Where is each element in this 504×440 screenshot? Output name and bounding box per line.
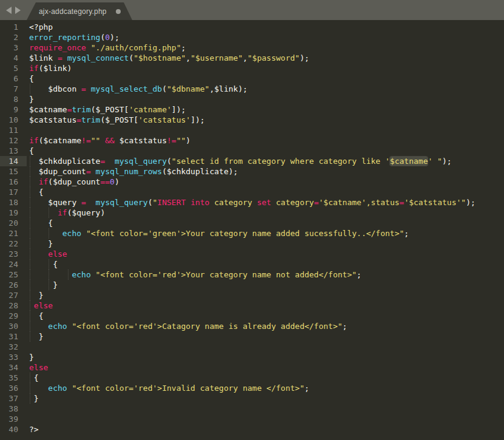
line-number[interactable]: 38 — [0, 404, 27, 414]
code-line-row: 23 else — [0, 249, 504, 259]
code-line[interactable]: } — [27, 239, 504, 249]
code-line[interactable]: else — [27, 300, 504, 311]
line-number[interactable]: 36 — [0, 383, 27, 393]
code-line[interactable]: $dbcon = mysql_select_db("$dbname",$link… — [27, 84, 504, 94]
code-line[interactable]: } — [27, 393, 504, 404]
code-line[interactable]: require_once "./auth/config.php"; — [27, 42, 504, 53]
line-number[interactable]: 26 — [0, 280, 27, 290]
indent-guide — [30, 228, 30, 239]
code-line[interactable]: $dup_count= mysql_num_rows($chkduplicate… — [27, 166, 504, 177]
code-line[interactable] — [27, 342, 504, 352]
code-line[interactable]: echo "<font color='green'>Your category … — [27, 228, 504, 239]
line-number[interactable]: 7 — [0, 84, 27, 94]
line-number[interactable]: 37 — [0, 393, 27, 404]
tab-ajx-addcategory[interactable]: ajx-addcategory.php — [27, 2, 132, 20]
code-line[interactable]: echo "<font color='red'>Invalid category… — [27, 383, 504, 393]
tab-scroll-left-icon[interactable] — [6, 7, 12, 14]
code-editor[interactable]: 1<?php2error_reporting(0);3require_once … — [0, 20, 504, 435]
line-number[interactable]: 16 — [0, 177, 27, 187]
line-number[interactable]: 11 — [0, 125, 27, 135]
line-number[interactable]: 18 — [0, 197, 27, 208]
highlighted-word: $catname — [390, 157, 428, 166]
code-line[interactable]: else — [27, 249, 504, 259]
tab-scroll-right-icon[interactable] — [15, 7, 21, 14]
code-line[interactable]: { — [27, 146, 504, 156]
indent-guide — [30, 311, 30, 321]
line-number[interactable]: 20 — [0, 218, 27, 228]
line-number[interactable]: 29 — [0, 311, 27, 321]
line-number[interactable]: 5 — [0, 63, 27, 73]
line-number[interactable]: 14 — [0, 156, 27, 166]
line-number[interactable]: 17 — [0, 187, 27, 197]
code-line-row: 34else — [0, 362, 504, 373]
code-line[interactable]: $catstatus=trim($_POST['catstatus']); — [27, 115, 504, 125]
line-number[interactable]: 35 — [0, 373, 27, 383]
code-line[interactable]: if($catname!="" && $catstatus!="") — [27, 135, 504, 146]
line-number[interactable]: 25 — [0, 269, 27, 280]
code-line[interactable]: { — [27, 187, 504, 197]
code-line-row: 30 echo "<font color='red'>Catagory name… — [0, 321, 504, 331]
code-line[interactable]: else — [27, 362, 504, 373]
code-line[interactable]: echo "<font color='red'>Your category na… — [27, 269, 504, 280]
code-line[interactable]: } — [27, 331, 504, 342]
code-line[interactable]: } — [27, 290, 504, 300]
code-line[interactable]: } — [27, 352, 504, 362]
code-line-row: 27 } — [0, 290, 504, 300]
code-line[interactable]: $chkduplicate= mysql_query("select id fr… — [27, 156, 504, 166]
code-line[interactable]: { — [27, 259, 504, 269]
line-number[interactable]: 40 — [0, 424, 27, 435]
code-line[interactable]: { — [27, 73, 504, 84]
code-line[interactable]: if($dup_count==0) — [27, 177, 504, 187]
code-line-row: 15 $dup_count= mysql_num_rows($chkduplic… — [0, 166, 504, 177]
line-number[interactable]: 23 — [0, 249, 27, 259]
line-number[interactable]: 30 — [0, 321, 27, 331]
indent-guide — [30, 84, 30, 94]
code-line[interactable]: if($query) — [27, 208, 504, 218]
code-line[interactable]: ?> — [27, 424, 504, 435]
tab-title: ajx-addcategory.php — [39, 7, 107, 16]
indent-guide — [30, 331, 30, 342]
indent-guide — [30, 166, 30, 177]
code-line[interactable]: } — [27, 280, 504, 290]
code-line[interactable]: } — [27, 94, 504, 104]
line-number[interactable]: 3 — [0, 42, 27, 53]
line-number[interactable]: 28 — [0, 300, 27, 311]
code-line[interactable] — [27, 125, 504, 135]
line-number[interactable]: 19 — [0, 208, 27, 218]
line-number[interactable]: 22 — [0, 239, 27, 249]
line-number[interactable]: 32 — [0, 342, 27, 352]
line-number[interactable]: 13 — [0, 146, 27, 156]
code-line[interactable]: { — [27, 373, 504, 383]
line-number[interactable]: 1 — [0, 22, 27, 32]
code-line-row: 20 { — [0, 218, 504, 228]
code-line[interactable]: { — [27, 311, 504, 321]
code-line[interactable]: <?php — [27, 22, 504, 32]
line-number[interactable]: 9 — [0, 104, 27, 115]
line-number[interactable]: 39 — [0, 414, 27, 424]
line-number[interactable]: 27 — [0, 290, 27, 300]
line-number[interactable]: 12 — [0, 135, 27, 146]
indent-guide — [30, 259, 30, 269]
code-line-row: 33} — [0, 352, 504, 362]
code-line-row: 40?> — [0, 424, 504, 435]
line-number[interactable]: 4 — [0, 53, 27, 63]
code-line[interactable] — [27, 414, 504, 424]
line-number[interactable]: 10 — [0, 115, 27, 125]
code-line[interactable] — [27, 404, 504, 414]
code-line[interactable]: $catname=trim($_POST['catname']); — [27, 104, 504, 115]
code-line[interactable]: error_reporting(0); — [27, 32, 504, 42]
line-number[interactable]: 2 — [0, 32, 27, 42]
line-number[interactable]: 6 — [0, 73, 27, 84]
line-number[interactable]: 8 — [0, 94, 27, 104]
line-number[interactable]: 34 — [0, 362, 27, 373]
line-number[interactable]: 24 — [0, 259, 27, 269]
line-number[interactable]: 33 — [0, 352, 27, 362]
line-number[interactable]: 21 — [0, 228, 27, 239]
line-number[interactable]: 31 — [0, 331, 27, 342]
code-line[interactable]: $query = mysql_query("INSERT into catego… — [27, 197, 504, 208]
code-line[interactable]: if($link) — [27, 63, 504, 73]
code-line[interactable]: { — [27, 218, 504, 228]
line-number[interactable]: 15 — [0, 166, 27, 177]
code-line[interactable]: echo "<font color='red'>Catagory name is… — [27, 321, 504, 331]
code-line[interactable]: $link = mysql_connect("$hostname","$user… — [27, 53, 504, 63]
